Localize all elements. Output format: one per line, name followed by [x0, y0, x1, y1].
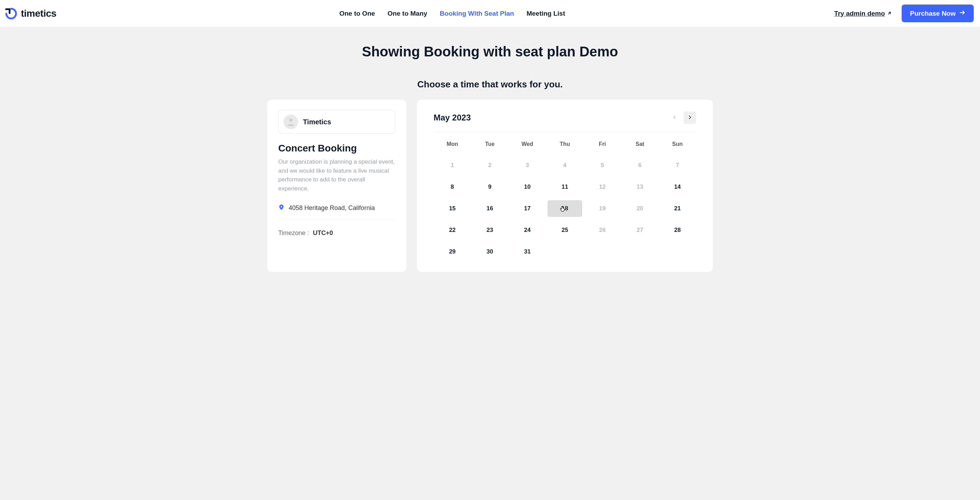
calendar-card: May 2023 MonTueWedThuFriSatSun1234567891…	[417, 100, 713, 272]
page-title: Showing Booking with seat plan Demo	[0, 44, 980, 60]
content-row: Timetics Concert Booking Our organizatio…	[264, 100, 716, 272]
calendar-nav	[668, 111, 696, 124]
calendar-day[interactable]: 9	[473, 179, 507, 195]
location-pin-icon	[278, 203, 285, 213]
avatar-icon	[283, 114, 298, 129]
calendar-dow: Wed	[509, 138, 546, 152]
calendar-day[interactable]: 20	[623, 200, 657, 217]
calendar-day[interactable]: 1	[435, 157, 469, 174]
calendar-next-button[interactable]	[684, 111, 696, 124]
calendar-month-label: May 2023	[434, 113, 471, 122]
chevron-left-icon	[672, 115, 677, 121]
calendar-dow: Thu	[546, 138, 584, 152]
calendar-dow: Mon	[434, 138, 471, 152]
calendar-day[interactable]: 26	[585, 222, 620, 238]
calendar-dow: Fri	[584, 138, 621, 152]
calendar-day[interactable]: 12	[585, 179, 620, 195]
nav-one-to-one[interactable]: One to One	[339, 10, 375, 17]
purchase-now-label: Purchase Now	[910, 10, 956, 17]
calendar-day[interactable]: 15	[435, 200, 469, 217]
calendar-day[interactable]: 23	[473, 222, 507, 238]
event-details-card: Timetics Concert Booking Our organizatio…	[267, 100, 406, 272]
calendar-day	[660, 243, 695, 260]
location-row: 4058 Heritage Road, California	[278, 203, 395, 220]
calendar-day[interactable]: 10	[510, 179, 545, 195]
calendar-day	[585, 243, 620, 260]
calendar-day[interactable]: 27	[623, 222, 657, 238]
purchase-now-button[interactable]: Purchase Now	[902, 5, 974, 22]
calendar-dow: Sat	[621, 138, 659, 152]
brand-logo-icon	[5, 7, 18, 20]
calendar-day[interactable]: 25	[547, 222, 582, 238]
calendar-day[interactable]: 11	[547, 179, 582, 195]
brand-logo[interactable]: timetics	[5, 7, 56, 20]
main-nav: One to One One to Many Booking With Seat…	[70, 10, 834, 17]
calendar-day[interactable]: 16	[473, 200, 507, 217]
nav-meeting-list[interactable]: Meeting List	[527, 10, 565, 17]
timezone-label: Timezone :	[278, 229, 309, 237]
organizer-row: Timetics	[278, 110, 395, 134]
calendar-day[interactable]: 17	[510, 200, 545, 217]
calendar-day[interactable]: 3	[510, 157, 545, 174]
event-title: Concert Booking	[278, 143, 395, 154]
svg-rect-1	[9, 8, 10, 14]
svg-point-3	[281, 206, 282, 208]
chevron-right-icon	[687, 115, 692, 121]
cursor-pointer-icon	[559, 205, 566, 214]
nav-one-to-many[interactable]: One to Many	[388, 10, 427, 17]
calendar-day[interactable]: 13	[623, 179, 657, 195]
page-subtitle: Choose a time that works for you.	[0, 79, 980, 90]
calendar-day[interactable]: 2	[473, 157, 507, 174]
brand-name: timetics	[21, 8, 56, 19]
nav-booking-seat-plan[interactable]: Booking With Seat Plan	[440, 10, 514, 17]
calendar-day[interactable]: 7	[660, 157, 695, 174]
calendar-day[interactable]: 14	[660, 179, 695, 195]
calendar-day	[547, 243, 582, 260]
calendar-day[interactable]: 19	[585, 200, 620, 217]
calendar-day[interactable]: 31	[510, 243, 545, 260]
calendar-day[interactable]: 24	[510, 222, 545, 238]
calendar-day[interactable]: 30	[473, 243, 507, 260]
calendar-day[interactable]: 4	[547, 157, 582, 174]
organizer-name: Timetics	[303, 118, 331, 126]
calendar-dow: Tue	[471, 138, 509, 152]
calendar-day[interactable]: 21	[660, 200, 695, 217]
calendar-day[interactable]: 8	[435, 179, 469, 195]
calendar-header: May 2023	[434, 111, 696, 132]
arrow-right-icon	[959, 10, 966, 17]
try-admin-demo-link[interactable]: Try admin demo	[834, 10, 892, 17]
calendar-prev-button[interactable]	[668, 111, 681, 124]
calendar-day[interactable]: 29	[435, 243, 469, 260]
calendar-dow: Sun	[659, 138, 696, 152]
timezone-value: UTC+0	[313, 229, 333, 237]
external-link-icon	[887, 10, 892, 17]
event-description: Our organization is planning a special e…	[278, 157, 395, 193]
timezone-row: Timezone : UTC+0	[278, 229, 395, 237]
calendar-day	[623, 243, 657, 260]
calendar-day[interactable]: 6	[623, 157, 657, 174]
calendar-grid: MonTueWedThuFriSatSun1234567891011121314…	[434, 138, 696, 260]
svg-point-2	[289, 119, 292, 122]
calendar-day[interactable]: 5	[585, 157, 620, 174]
try-admin-demo-label: Try admin demo	[834, 10, 885, 17]
location-text: 4058 Heritage Road, California	[289, 205, 375, 212]
calendar-day[interactable]: 28	[660, 222, 695, 238]
header-actions: Try admin demo Purchase Now	[834, 5, 974, 22]
site-header: timetics One to One One to Many Booking …	[0, 0, 980, 27]
calendar-day[interactable]: 22	[435, 222, 469, 238]
